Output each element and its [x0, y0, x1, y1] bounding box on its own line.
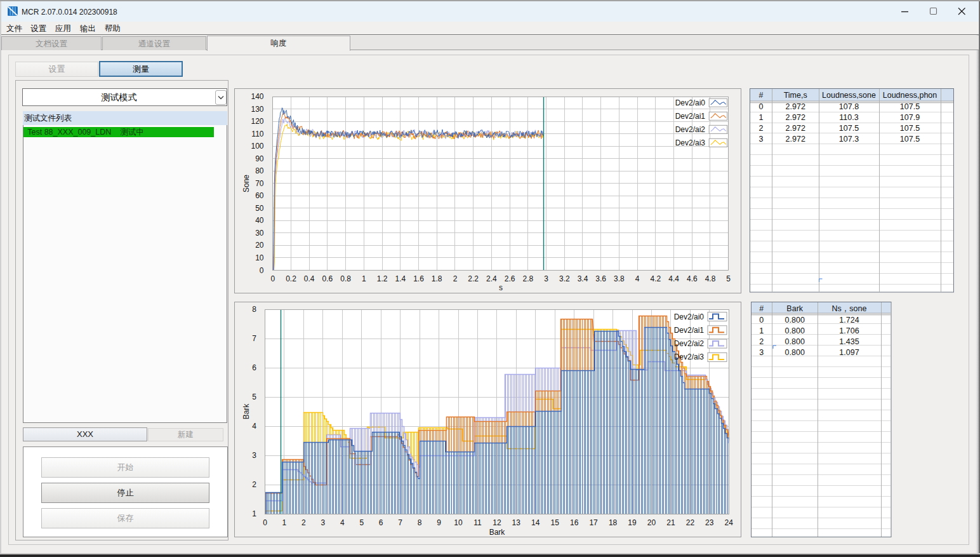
svg-text:1: 1 [362, 274, 366, 283]
svg-text:1: 1 [252, 509, 256, 518]
svg-text:80: 80 [255, 166, 264, 175]
svg-text:11: 11 [473, 518, 482, 527]
svg-text:90: 90 [255, 154, 264, 163]
svg-text:140: 140 [251, 92, 263, 101]
svg-text:Bark: Bark [242, 403, 251, 420]
svg-text:0: 0 [759, 102, 764, 111]
svg-text:15: 15 [551, 518, 560, 527]
svg-text:17: 17 [589, 518, 598, 527]
svg-text:10: 10 [255, 253, 264, 262]
svg-text:Bark: Bark [489, 528, 506, 537]
svg-text:3: 3 [321, 518, 326, 527]
svg-text:107.5: 107.5 [900, 135, 920, 144]
svg-text:107.5: 107.5 [900, 124, 920, 133]
svg-text:0.8: 0.8 [340, 274, 351, 283]
svg-text:21: 21 [666, 518, 675, 527]
svg-text:2: 2 [453, 274, 458, 283]
svg-text:0: 0 [260, 266, 264, 275]
svg-text:1.6: 1.6 [413, 274, 424, 283]
svg-text:100: 100 [251, 142, 263, 151]
svg-text:3.6: 3.6 [595, 274, 606, 283]
svg-text:10: 10 [454, 518, 463, 527]
svg-text:4: 4 [252, 422, 256, 431]
svg-text:2.972: 2.972 [786, 113, 805, 122]
svg-text:s: s [499, 283, 503, 292]
svg-text:4: 4 [340, 518, 345, 527]
svg-text:2: 2 [252, 480, 256, 489]
svg-text:Bark: Bark [786, 304, 803, 313]
svg-text:107.3: 107.3 [839, 135, 859, 144]
svg-text:20: 20 [647, 518, 656, 527]
svg-text:3: 3 [759, 135, 764, 144]
svg-text:1.435: 1.435 [839, 337, 859, 346]
svg-text:#: # [759, 304, 764, 313]
svg-text:0.4: 0.4 [304, 274, 315, 283]
svg-text:Dev2/ai0: Dev2/ai0 [675, 98, 706, 107]
svg-text:2.6: 2.6 [505, 274, 515, 283]
svg-text:2.972: 2.972 [786, 124, 805, 133]
svg-text:4.2: 4.2 [650, 274, 661, 283]
svg-text:Dev2/ai0: Dev2/ai0 [674, 312, 705, 321]
svg-text:2.8: 2.8 [522, 274, 533, 283]
svg-text:0.2: 0.2 [286, 274, 296, 283]
svg-text:60: 60 [255, 191, 264, 200]
svg-text:18: 18 [609, 518, 618, 527]
svg-text:3: 3 [759, 348, 764, 357]
svg-text:3: 3 [252, 451, 256, 460]
svg-text:1.706: 1.706 [839, 326, 859, 335]
svg-text:20: 20 [255, 241, 264, 250]
svg-text:0.800: 0.800 [785, 316, 805, 325]
svg-text:13: 13 [512, 518, 521, 527]
svg-text:1.4: 1.4 [395, 274, 406, 283]
svg-text:7: 7 [252, 334, 256, 343]
svg-text:Loudness,sone: Loudness,sone [822, 91, 876, 100]
svg-text:4.8: 4.8 [705, 274, 716, 283]
svg-text:22: 22 [686, 518, 695, 527]
svg-text:107.9: 107.9 [900, 113, 920, 122]
svg-text:50: 50 [255, 204, 264, 213]
svg-text:Dev2/ai3: Dev2/ai3 [674, 352, 705, 361]
svg-text:0: 0 [270, 274, 275, 283]
svg-text:24: 24 [725, 518, 734, 527]
svg-text:Dev2/ai2: Dev2/ai2 [674, 339, 705, 348]
svg-text:40: 40 [255, 216, 264, 225]
svg-text:0.800: 0.800 [785, 337, 805, 346]
svg-text:2.972: 2.972 [786, 102, 805, 111]
svg-text:3.4: 3.4 [578, 274, 588, 283]
svg-text:19: 19 [628, 518, 637, 527]
svg-text:7: 7 [398, 518, 402, 527]
svg-text:1: 1 [759, 326, 764, 335]
svg-text:120: 120 [251, 117, 263, 126]
svg-text:0.800: 0.800 [785, 326, 805, 335]
svg-text:2.972: 2.972 [786, 135, 805, 144]
svg-text:0.800: 0.800 [785, 348, 805, 357]
svg-text:110: 110 [251, 130, 263, 138]
svg-text:Dev2/ai1: Dev2/ai1 [674, 326, 705, 335]
svg-text:107.5: 107.5 [900, 102, 920, 111]
svg-text:12: 12 [493, 518, 501, 527]
svg-text:6: 6 [252, 363, 256, 372]
svg-text:Time,s: Time,s [784, 91, 807, 100]
svg-text:30: 30 [255, 229, 264, 238]
svg-text:3: 3 [544, 274, 548, 283]
svg-text:Loudness,phon: Loudness,phon [883, 91, 937, 100]
svg-text:Dev2/ai3: Dev2/ai3 [675, 138, 706, 147]
svg-text:1.724: 1.724 [839, 316, 859, 325]
svg-text:130: 130 [251, 105, 263, 114]
svg-text:8: 8 [252, 305, 256, 314]
svg-text:Dev2/ai1: Dev2/ai1 [675, 112, 706, 121]
svg-text:1.097: 1.097 [839, 348, 859, 357]
svg-text:2: 2 [759, 124, 764, 133]
svg-text:Dev2/ai2: Dev2/ai2 [675, 125, 706, 134]
svg-text:4: 4 [635, 274, 640, 283]
svg-text:5: 5 [252, 393, 256, 401]
svg-text:1: 1 [759, 113, 764, 122]
svg-text:5: 5 [359, 518, 364, 527]
svg-text:0.6: 0.6 [322, 274, 333, 283]
svg-text:4.6: 4.6 [687, 274, 698, 283]
svg-text:3.8: 3.8 [614, 274, 625, 283]
svg-text:2: 2 [301, 518, 306, 527]
svg-text:107.5: 107.5 [839, 124, 859, 133]
svg-text:1.2: 1.2 [377, 274, 388, 283]
svg-text:5: 5 [726, 274, 731, 283]
